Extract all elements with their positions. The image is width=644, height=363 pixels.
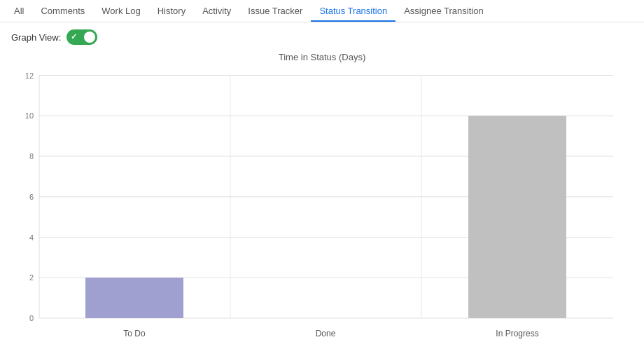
svg-text:12: 12 <box>25 71 34 79</box>
graph-view-toggle[interactable]: ✓ <box>66 29 97 45</box>
toggle-track: ✓ <box>66 29 97 45</box>
tab-comments[interactable]: Comments <box>32 1 93 22</box>
svg-text:10: 10 <box>25 111 34 120</box>
tab-activity[interactable]: Activity <box>194 1 239 22</box>
toggle-thumb <box>84 32 95 43</box>
tab-status-transition[interactable]: Status Transition <box>311 1 396 22</box>
tab-work-log[interactable]: Work Log <box>93 1 148 22</box>
svg-text:6: 6 <box>29 193 34 201</box>
svg-text:To Do: To Do <box>123 329 145 338</box>
tab-navigation: All Comments Work Log History Activity I… <box>0 0 644 22</box>
chart-wrapper: 12 10 8 6 4 2 0 <box>11 68 627 362</box>
graph-view-row: Graph View: ✓ <box>0 22 644 52</box>
svg-text:In Progress: In Progress <box>496 329 538 338</box>
bar-todo <box>85 278 183 318</box>
tab-history[interactable]: History <box>149 1 194 22</box>
svg-text:8: 8 <box>29 152 34 160</box>
toggle-check-icon: ✓ <box>71 32 77 41</box>
svg-text:Done: Done <box>316 329 336 338</box>
svg-text:4: 4 <box>29 233 34 241</box>
bar-in-progress <box>468 116 566 318</box>
tab-assignee-transition[interactable]: Assignee Transition <box>396 1 491 22</box>
bar-chart: 12 10 8 6 4 2 0 <box>11 68 627 362</box>
graph-view-label: Graph View: <box>11 32 61 43</box>
chart-title: Time in Status (Days) <box>11 52 633 62</box>
svg-text:0: 0 <box>29 314 34 322</box>
tab-issue-tracker[interactable]: Issue Tracker <box>239 1 311 22</box>
svg-text:2: 2 <box>29 273 34 282</box>
tab-all[interactable]: All <box>6 1 32 22</box>
chart-container: Time in Status (Days) 12 10 8 6 4 2 0 <box>0 52 644 363</box>
